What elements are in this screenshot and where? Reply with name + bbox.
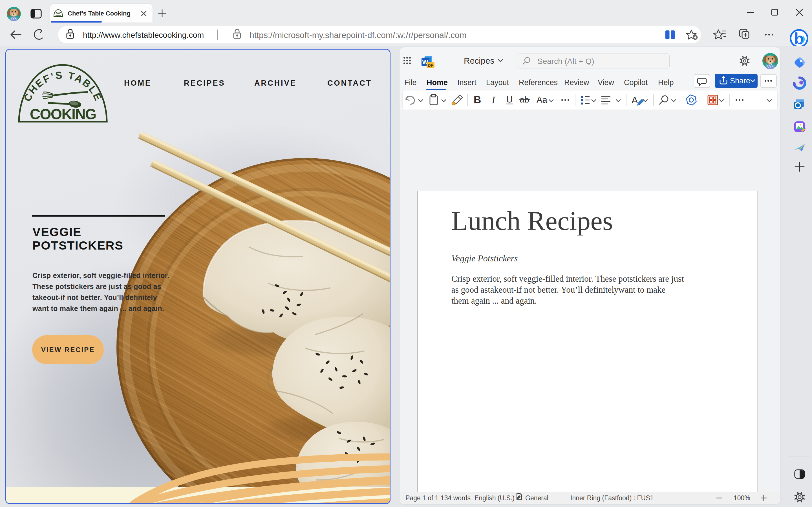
svg-text:COOKING: COOKING [30, 106, 96, 122]
svg-text:Share: Share [730, 76, 750, 85]
svg-text:B: B [474, 94, 481, 106]
svg-text:DF: DF [428, 63, 434, 68]
svg-text:U: U [506, 94, 513, 105]
svg-text:I: I [492, 94, 496, 106]
svg-text:Aa: Aa [537, 95, 548, 105]
svg-text:CHEF’S TABLE: CHEF’S TABLE [21, 69, 105, 103]
svg-text:A: A [631, 95, 638, 105]
